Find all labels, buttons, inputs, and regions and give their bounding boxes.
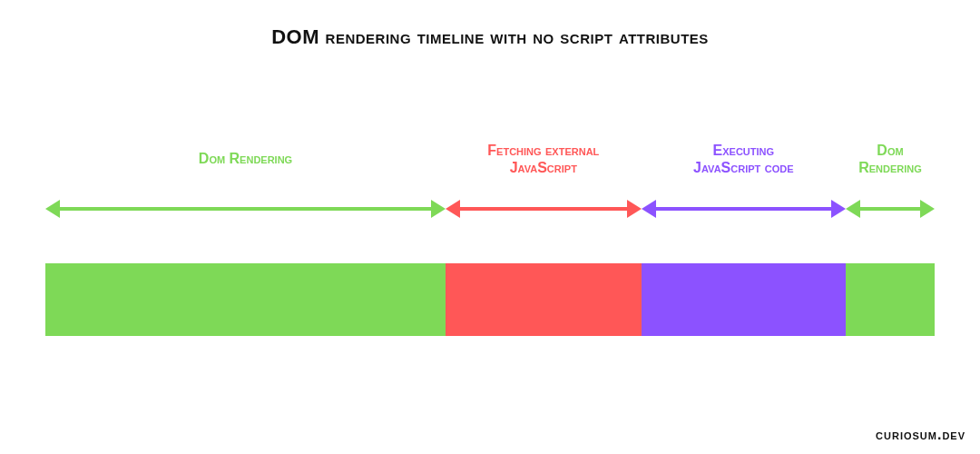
phase-labels-row: Dom RenderingFetching external JavaScrip… — [45, 136, 935, 182]
attribution-text: curiosum.dev — [876, 427, 965, 443]
timeline-segment — [846, 263, 935, 336]
double-arrow-icon — [446, 195, 642, 222]
timeline-segment — [446, 263, 642, 336]
diagram-title: DOM rendering timeline with no script at… — [0, 25, 980, 49]
double-arrow-icon — [642, 195, 846, 222]
timeline-segment — [642, 263, 846, 336]
phase-label: Fetching external JavaScript — [446, 136, 642, 182]
diagram-canvas: DOM rendering timeline with no script at… — [0, 0, 980, 454]
phase-label: Dom Rendering — [45, 136, 446, 182]
phase-label: Executing JavaScript code — [642, 136, 846, 182]
timeline-segment — [45, 263, 446, 336]
double-arrow-icon — [45, 195, 446, 222]
phase-arrows-row — [45, 195, 935, 222]
timeline-bar — [45, 263, 935, 336]
phase-label: Dom Rendering — [846, 136, 935, 182]
double-arrow-icon — [846, 195, 935, 222]
